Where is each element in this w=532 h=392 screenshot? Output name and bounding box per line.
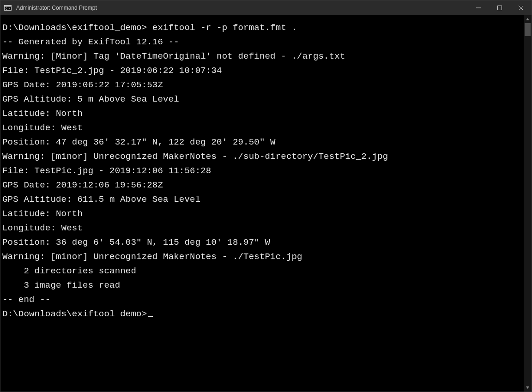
close-button[interactable] [510, 0, 532, 15]
output-line: Warning: [minor] Unrecognized MakerNotes… [2, 250, 524, 264]
output-line: GPS Date: 2019:06:22 17:05:53Z [2, 78, 524, 92]
output-line: Longitude: West [2, 121, 524, 135]
command-prompt-window: C:\ Administrator: Command Prompt D:\Dow… [0, 0, 532, 392]
prompt-path: D:\Downloads\exiftool_demo> [2, 23, 147, 33]
prompt-line: D:\Downloads\exiftool_demo> [2, 307, 524, 321]
cursor [148, 316, 153, 317]
output-line: Latitude: North [2, 207, 524, 221]
client-area: D:\Downloads\exiftool_demo> exiftool -r … [0, 15, 532, 392]
cmd-app-icon: C:\ [4, 4, 12, 12]
titlebar[interactable]: C:\ Administrator: Command Prompt [0, 0, 532, 15]
svg-rect-3 [498, 6, 502, 10]
output-line: Position: 36 deg 6' 54.03" N, 115 deg 10… [2, 235, 524, 250]
prompt-line: D:\Downloads\exiftool_demo> exiftool -r … [2, 21, 524, 35]
output-line: 2 directories scanned [2, 264, 524, 278]
output-line: 3 image files read [2, 278, 524, 293]
output-line: -- Generated by ExifTool 12.16 -- [2, 35, 524, 49]
output-line: Warning: [minor] Unrecognized MakerNotes… [2, 150, 524, 164]
maximize-button[interactable] [489, 0, 510, 15]
scroll-down-arrow-icon[interactable] [524, 384, 532, 392]
minimize-button[interactable] [468, 0, 489, 15]
output-line: GPS Altitude: 611.5 m Above Sea Level [2, 193, 524, 207]
terminal-output[interactable]: D:\Downloads\exiftool_demo> exiftool -r … [0, 15, 524, 392]
output-line: -- end -- [2, 293, 524, 307]
output-line: Longitude: West [2, 221, 524, 235]
output-line: GPS Date: 2019:12:06 19:56:28Z [2, 178, 524, 193]
output-line: GPS Altitude: 5 m Above Sea Level [2, 92, 524, 107]
window-controls [468, 0, 532, 15]
command-text: exiftool -r -p format.fmt . [147, 23, 297, 33]
window-title: Administrator: Command Prompt [15, 5, 97, 11]
scroll-up-arrow-icon[interactable] [524, 15, 532, 23]
output-line: Position: 47 deg 36' 32.17" N, 122 deg 2… [2, 135, 524, 150]
output-line: File: TestPic_2.jpg - 2019:06:22 10:07:3… [2, 64, 524, 78]
output-line: File: TestPic.jpg - 2019:12:06 11:56:28 [2, 164, 524, 178]
scrollbar-track[interactable] [524, 23, 532, 384]
prompt-path: D:\Downloads\exiftool_demo> [2, 309, 147, 319]
output-line: Warning: [Minor] Tag 'DateTimeOriginal' … [2, 49, 524, 64]
svg-text:C:\: C:\ [6, 7, 11, 10]
output-line: Latitude: North [2, 107, 524, 121]
vertical-scrollbar[interactable] [524, 15, 532, 392]
scrollbar-thumb[interactable] [525, 23, 531, 36]
